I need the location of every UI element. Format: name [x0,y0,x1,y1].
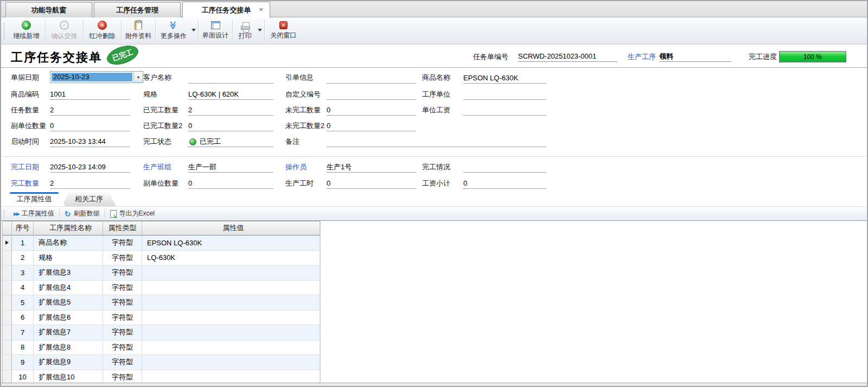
tab-related-processes[interactable]: 相关工序 [62,192,116,206]
cell-name[interactable]: 扩展信息9 [34,355,103,370]
export-excel-button[interactable]: 导出为Excel [105,207,159,220]
cell-value[interactable] [142,355,320,370]
process-value[interactable]: 领料 [659,51,731,62]
col-header-value[interactable]: 属性值 [142,221,320,235]
cell-name[interactable]: 规格 [34,251,103,266]
product-code-field[interactable]: 1001 [50,89,130,100]
process-attributes-button[interactable]: ▶▶ 工序属性值 [9,207,59,220]
task-qty-field[interactable]: 2 [50,105,130,116]
table-row[interactable]: 1 商品名称 字符型 EPSON LQ-630K [3,236,320,251]
table-row[interactable]: 8 扩展信息8 字符型 [3,340,320,356]
chevron-down-icon[interactable]: ▼ [133,72,143,83]
finish-qty-field[interactable]: 2 [50,178,130,189]
tab-function-nav[interactable]: 功能导航窗 [5,2,92,17]
col-header-type[interactable]: 属性类型 [103,221,142,235]
cell-type[interactable]: 字符型 [103,340,142,356]
wage-subtotal-field[interactable]: 0 [463,178,546,189]
table-row[interactable]: 2 规格 字符型 LQ-630K [3,251,320,266]
cell-type[interactable]: 字符型 [103,310,142,326]
team-field[interactable]: 生产一部 [188,162,273,173]
done-qty2-field[interactable]: 0 [188,120,273,131]
operator-label[interactable]: 操作员 [285,162,307,173]
cell-type[interactable]: 字符型 [103,295,142,310]
cell-no[interactable]: 3 [12,265,34,281]
cell-no[interactable]: 6 [12,310,34,326]
cell-no[interactable]: 9 [12,355,34,370]
table-row[interactable]: 4 扩展信息4 字符型 [3,281,320,296]
cell-type[interactable]: 字符型 [103,355,142,370]
col-header-name[interactable]: 工序属性名称 [34,221,103,235]
undone-qty2-field[interactable]: 0 [327,120,416,131]
table-row[interactable]: 6 扩展信息6 字符型 [3,310,320,326]
table-row[interactable]: 5 扩展信息5 字符型 [3,295,320,310]
dropdown-arrow-icon[interactable] [192,29,196,31]
cell-no[interactable]: 1 [12,236,34,251]
undone-qty-field[interactable]: 0 [327,105,416,116]
cell-value[interactable] [142,325,320,340]
cell-value[interactable]: EPSON LQ-630K [142,236,320,251]
cell-type[interactable]: 字符型 [103,281,142,296]
cell-name[interactable]: 扩展信息4 [34,281,103,296]
cell-value[interactable] [142,265,320,281]
cell-name[interactable]: 扩展信息6 [34,310,103,326]
cell-no[interactable]: 4 [12,281,34,296]
cell-value[interactable] [142,281,320,296]
sub-qty-field[interactable]: 0 [50,120,130,131]
finish-date-label[interactable]: 完工日期 [11,162,39,173]
finish-date-field[interactable]: 2025-10-23 14:09 [50,162,130,173]
cell-no[interactable]: 7 [12,325,34,340]
cell-type[interactable]: 字符型 [103,265,142,281]
cell-no[interactable]: 5 [12,295,34,310]
task-no-value[interactable]: SCRWD-20251023-0001 [518,51,617,62]
col-header-no[interactable]: 序号 [12,221,34,235]
print-button[interactable]: 打印 [233,17,264,44]
red-delete-button[interactable]: ✕ 红冲删除 [84,17,121,44]
doc-date-combobox[interactable]: 2025-10-23 ▼ [50,71,143,83]
cell-no[interactable]: 8 [12,340,34,356]
tab-process-attributes[interactable]: 工序属性值 [3,192,65,206]
ui-design-button[interactable]: 界面设计 [199,17,232,44]
process-unit-field[interactable] [463,89,546,100]
cell-type[interactable]: 字符型 [103,236,142,251]
cell-value[interactable] [142,295,320,310]
cell-type[interactable]: 字符型 [103,251,142,266]
tab-task-management[interactable]: 工序任务管理 [94,2,181,17]
product-name-field[interactable]: EPSON LQ-630K [463,73,546,84]
cell-type[interactable]: 字符型 [103,325,142,340]
table-row[interactable]: 3 扩展信息3 字符型 [3,265,320,281]
unit-wage-field[interactable] [463,105,546,116]
refresh-data-button[interactable]: ↻ 刷新数据 [60,207,105,220]
remark-field[interactable] [327,136,546,147]
close-tab-icon[interactable]: × [259,6,263,14]
continue-add-button[interactable]: + 继续新增 [8,17,45,44]
start-time-field[interactable]: 2025-10-23 13:44 [50,136,130,147]
customer-field[interactable] [188,73,273,84]
cell-name[interactable]: 扩展信息7 [34,325,103,340]
team-label[interactable]: 生产班组 [143,162,171,173]
sub-qty2-field[interactable]: 0 [188,178,273,189]
close-window-button[interactable]: ✕ 关闭窗口 [265,17,302,44]
cell-name[interactable]: 商品名称 [34,236,103,251]
more-actions-button[interactable]: ≫ 更多操作 [156,17,198,44]
finish-info-field[interactable] [463,162,546,173]
cell-name[interactable]: 扩展信息8 [34,340,103,356]
attachments-button[interactable]: 附件资料 [122,17,155,44]
ref-info-field[interactable] [327,73,416,84]
cell-value[interactable] [142,340,320,356]
spec-field[interactable]: LQ-630K | 620K [188,89,273,100]
cell-value[interactable] [142,310,320,326]
custom-no-field[interactable] [327,89,416,100]
table-row[interactable]: 7 扩展信息7 字符型 [3,325,320,340]
operator-field[interactable]: 生产1号 [327,162,416,173]
cell-name[interactable]: 扩展信息3 [34,265,103,281]
dropdown-arrow-icon[interactable] [258,29,262,31]
tab-task-handover[interactable]: 工序任务交接单 × [182,2,270,18]
table-row[interactable]: 9 扩展信息9 字符型 [3,355,320,370]
finish-qty-label[interactable]: 完工数量 [11,178,39,189]
process-link[interactable]: 生产工序 [628,52,656,62]
cell-no[interactable]: 2 [12,251,34,266]
cell-name[interactable]: 扩展信息5 [34,295,103,310]
done-qty-field[interactable]: 2 [188,105,273,116]
cell-value[interactable]: LQ-630K [142,251,320,266]
work-hours-field[interactable]: 0 [327,178,416,189]
